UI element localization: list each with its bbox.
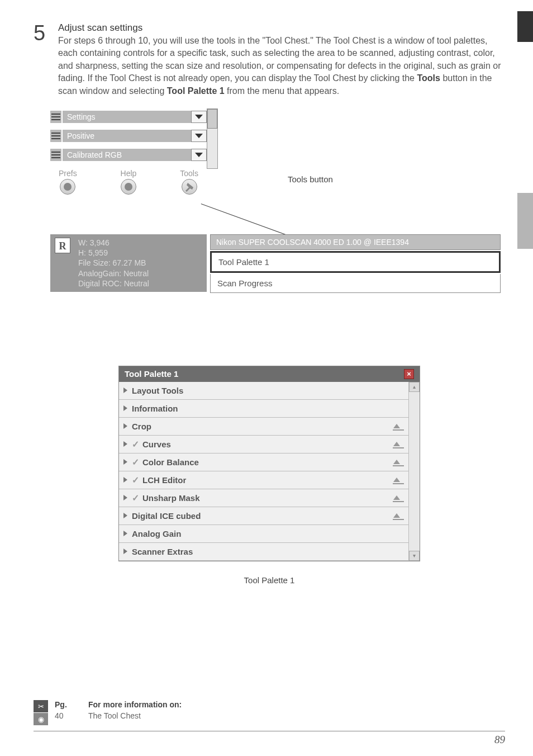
reset-icon[interactable]	[393, 422, 404, 431]
scan-info-block: R W: 3,946 H: 5,959 File Size: 67.27 MB …	[50, 234, 207, 292]
menu-item-scan-progress[interactable]: Scan Progress	[210, 274, 501, 293]
palette-section-information[interactable]: Information	[119, 400, 408, 418]
page-number: 89	[494, 734, 505, 746]
palette-section-analog-gain[interactable]: Analog Gain	[119, 525, 408, 543]
svg-marker-2	[195, 153, 203, 157]
palette-section-lch-editor[interactable]: ✓LCH Editor	[119, 471, 408, 489]
palette-row-label: Crop	[132, 422, 151, 431]
palette-row-label: Analog Gain	[132, 529, 181, 538]
footer-info-header: For more information on:	[88, 700, 182, 709]
page-corner-tab	[517, 11, 533, 42]
palette-row-label: LCH Editor	[142, 475, 186, 485]
check-icon: ✓	[132, 475, 139, 485]
positive-dropdown[interactable]: Positive	[50, 127, 207, 144]
tools-menu: Nikon SUPER COOLSCAN 4000 ED 1.00 @ IEEE…	[210, 234, 501, 293]
settings-panel: Settings Positive Calibrated RGB Prefs H…	[50, 108, 207, 195]
palette-row-label: Curves	[142, 440, 171, 449]
tools-button-callout: Tools button	[288, 174, 333, 184]
reset-icon[interactable]	[393, 440, 404, 448]
scrollbar[interactable]	[207, 108, 218, 169]
expand-triangle-icon	[123, 477, 127, 483]
cross-reference-footer: ✂ ◉ Pg. For more information on: 40 The …	[34, 700, 182, 725]
expand-triangle-icon	[123, 405, 127, 411]
analog-gain-readout: AnalogGain: Neutral	[78, 268, 201, 278]
svg-marker-1	[195, 134, 203, 138]
reset-icon[interactable]	[393, 511, 404, 520]
reset-icon[interactable]	[393, 493, 404, 502]
dropdown-label: Settings	[63, 111, 191, 123]
tools-button[interactable]: Tools	[180, 169, 198, 195]
figure-caption: Tool Palette 1	[34, 575, 505, 585]
help-label: Help	[121, 169, 137, 178]
scissors-icon: ✂	[34, 700, 48, 712]
expand-triangle-icon	[123, 549, 127, 554]
dropdown-label: Positive	[63, 130, 191, 142]
palette-scrollbar[interactable]: ▴ ▾	[408, 382, 420, 561]
palette-row-label: Layout Tools	[132, 386, 183, 395]
palette-row-label: Color Balance	[142, 457, 199, 467]
chevron-down-icon[interactable]	[191, 111, 207, 123]
prefs-label: Prefs	[59, 169, 77, 178]
list-icon	[50, 149, 61, 161]
palette-section-unsharp-mask[interactable]: ✓Unsharp Mask	[119, 489, 408, 507]
expand-triangle-icon	[123, 531, 127, 536]
colorspace-dropdown[interactable]: Calibrated RGB	[50, 147, 207, 163]
footer-divider	[34, 731, 505, 731]
expand-triangle-icon	[123, 459, 127, 465]
tool-palette-titlebar[interactable]: Tool Palette 1 ×	[119, 366, 420, 382]
expand-triangle-icon	[123, 388, 127, 393]
scan-window-figure: Settings Positive Calibrated RGB Prefs H…	[50, 108, 505, 332]
palette-row-label: Scanner Extras	[132, 547, 193, 556]
rotation-badge: R	[55, 238, 70, 253]
palette-section-color-balance[interactable]: ✓Color Balance	[119, 453, 408, 471]
expand-triangle-icon	[123, 513, 127, 518]
menu-item-tool-palette-1[interactable]: Tool Palette 1	[210, 251, 501, 273]
expand-triangle-icon	[123, 441, 127, 447]
reset-icon[interactable]	[393, 475, 404, 484]
step-title: Adjust scan settings	[58, 22, 505, 34]
footer-pg-header: Pg.	[55, 700, 72, 709]
scroll-up-icon[interactable]: ▴	[409, 382, 420, 392]
reset-icon[interactable]	[393, 457, 404, 466]
prefs-icon	[60, 179, 75, 195]
toolbar-row: Prefs Help Tools	[50, 169, 207, 195]
palette-section-layout-tools[interactable]: Layout Tools	[119, 382, 408, 400]
check-icon: ✓	[132, 439, 139, 450]
expand-triangle-icon	[123, 423, 127, 429]
check-icon: ✓	[132, 493, 139, 503]
width-readout: W: 3,946	[78, 238, 201, 248]
check-icon: ✓	[132, 457, 139, 467]
palette-list: Layout ToolsInformationCrop✓Curves✓Color…	[119, 382, 408, 561]
chevron-down-icon[interactable]	[191, 149, 207, 161]
prefs-button[interactable]: Prefs	[59, 169, 77, 195]
palette-row-label: Digital ICE cubed	[132, 511, 201, 521]
palette-row-label: Information	[132, 404, 178, 413]
palette-section-crop[interactable]: Crop	[119, 418, 408, 436]
height-readout: H: 5,959	[78, 248, 201, 258]
help-icon	[121, 179, 136, 195]
scrollbar-thumb[interactable]	[207, 109, 217, 129]
palette-section-curves[interactable]: ✓Curves	[119, 436, 408, 453]
digital-roc-readout: Digital ROC: Neutral	[78, 278, 201, 289]
settings-dropdown[interactable]: Settings	[50, 108, 207, 125]
palette-section-scanner-extras[interactable]: Scanner Extras	[119, 543, 408, 561]
disc-icon: ◉	[34, 713, 48, 725]
close-icon[interactable]: ×	[404, 369, 414, 379]
step-5: 5 Adjust scan settings For steps 6 throu…	[34, 22, 505, 97]
footer-topic: The Tool Chest	[88, 711, 141, 720]
step-number: 5	[34, 22, 50, 44]
palette-section-digital-ice-cubed[interactable]: Digital ICE cubed	[119, 507, 408, 525]
list-icon	[50, 111, 61, 123]
palette-title-text: Tool Palette 1	[125, 369, 178, 379]
scroll-down-icon[interactable]: ▾	[409, 551, 420, 561]
expand-triangle-icon	[123, 495, 127, 500]
help-button[interactable]: Help	[121, 169, 137, 195]
svg-marker-0	[195, 115, 203, 119]
tools-label: Tools	[180, 169, 198, 178]
footer-pg-value: 40	[55, 711, 72, 720]
palette-row-label: Unsharp Mask	[142, 493, 200, 503]
side-tab	[517, 193, 533, 249]
step-description: For steps 6 through 10, you will use the…	[58, 35, 505, 97]
filesize-readout: File Size: 67.27 MB	[78, 258, 201, 268]
chevron-down-icon[interactable]	[191, 130, 207, 142]
